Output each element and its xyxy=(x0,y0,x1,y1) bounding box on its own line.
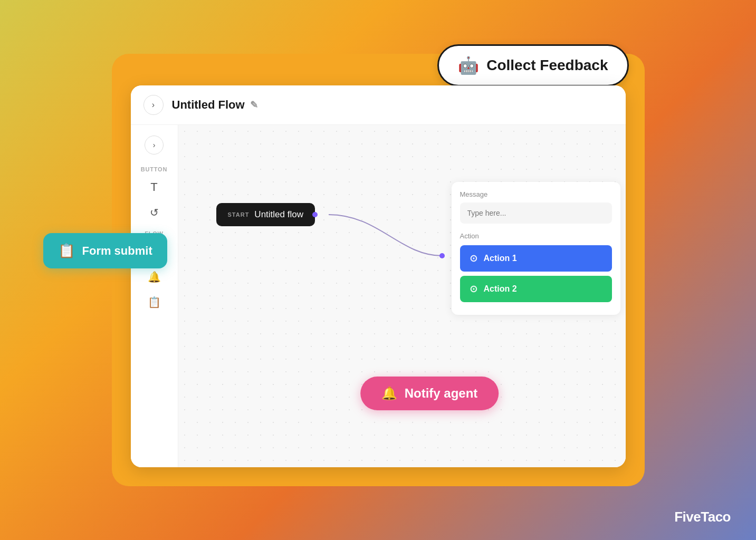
button-section-label: BUTTON xyxy=(141,166,167,172)
action-section-label: Action xyxy=(460,232,612,240)
bell-icon: 🔔 xyxy=(148,271,161,283)
sidebar-expand-button[interactable]: › xyxy=(145,136,164,155)
flow-canvas: START Untitled flow Message Action ⊙ Act… xyxy=(178,125,626,467)
panel-body: › BUTTON T ↺ FLOW ⬡ 🔔 📋 xyxy=(131,125,626,467)
message-panel: Message Action ⊙ Action 1 ⊙ Action 2 xyxy=(452,182,620,315)
start-node-title: Untitled flow xyxy=(254,209,303,220)
main-card: 🤖 Collect Feedback 📋 Form submit › Untit… xyxy=(112,54,645,486)
form-submit-button[interactable]: 📋 Form submit xyxy=(43,233,167,268)
sidebar-text-icon[interactable]: T xyxy=(143,177,165,198)
form-submit-label: Form submit xyxy=(82,244,152,258)
panel-header: › Untitled Flow ✎ xyxy=(131,85,626,125)
notify-agent-button[interactable]: 🔔 Notify agent xyxy=(360,377,499,410)
notify-icon: 🔔 xyxy=(381,386,397,401)
loop-icon: ↺ xyxy=(150,206,159,219)
text-icon: T xyxy=(150,180,157,194)
expand-icon: › xyxy=(153,141,156,149)
notify-label: Notify agent xyxy=(405,386,478,401)
action-2-icon: ⊙ xyxy=(470,283,477,295)
feedback-emoji-icon: 🤖 xyxy=(458,55,479,75)
node-connector-dot xyxy=(312,212,318,217)
flow-title-text: Untitled Flow xyxy=(172,98,245,112)
action-2-label: Action 2 xyxy=(484,284,517,294)
clipboard-icon: 📋 xyxy=(148,296,161,308)
action-1-button[interactable]: ⊙ Action 1 xyxy=(460,245,612,272)
edit-icon[interactable]: ✎ xyxy=(250,99,258,111)
svg-point-0 xyxy=(439,253,445,258)
back-icon: › xyxy=(152,100,155,110)
sidebar-bell-icon[interactable]: 🔔 xyxy=(143,266,165,287)
action-1-icon: ⊙ xyxy=(470,253,477,264)
form-submit-icon: 📋 xyxy=(58,243,75,259)
message-section-label: Message xyxy=(460,190,612,198)
collect-feedback-label: Collect Feedback xyxy=(486,57,608,74)
sidebar-clipboard-icon[interactable]: 📋 xyxy=(143,292,165,313)
brand-name: FiveTaco xyxy=(674,509,731,525)
flow-title: Untitled Flow ✎ xyxy=(172,98,258,112)
action-2-button[interactable]: ⊙ Action 2 xyxy=(460,276,612,302)
inner-panel: › Untitled Flow ✎ › BUTTON T ↺ xyxy=(131,85,626,467)
start-node[interactable]: START Untitled flow xyxy=(216,203,315,226)
sidebar: › BUTTON T ↺ FLOW ⬡ 🔔 📋 xyxy=(131,125,178,467)
message-input[interactable] xyxy=(460,202,612,224)
collect-feedback-button[interactable]: 🤖 Collect Feedback xyxy=(437,44,628,86)
sidebar-loop-icon[interactable]: ↺ xyxy=(143,202,165,223)
action-1-label: Action 1 xyxy=(484,254,517,263)
start-label: START xyxy=(228,211,250,218)
back-button[interactable]: › xyxy=(143,95,164,115)
